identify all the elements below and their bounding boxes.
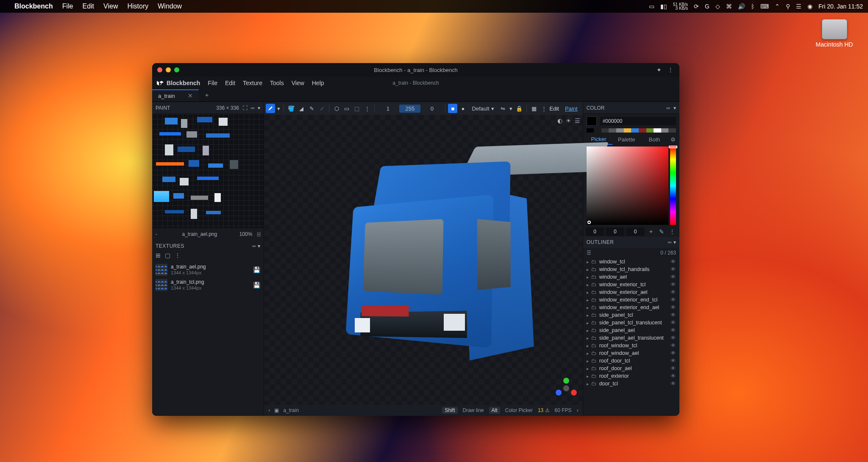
shape-tool-icon[interactable]: ⬡: [332, 104, 341, 113]
menubar-app-name[interactable]: Blockbench: [14, 3, 53, 10]
color-swatch[interactable]: [587, 116, 597, 126]
outliner-item[interactable]: ▸🗀side_panel_tcl_translucent👁: [583, 319, 679, 326]
brush-size-input[interactable]: 1: [377, 105, 398, 113]
hex-input[interactable]: [600, 117, 676, 125]
outliner-item[interactable]: ▸🗀window_tcl_handrails👁: [583, 266, 679, 273]
chevron-right-icon[interactable]: ▸: [587, 382, 589, 386]
visibility-icon[interactable]: 👁: [670, 312, 676, 318]
menubar-wifi-icon[interactable]: ⌃: [775, 3, 780, 10]
chevron-right-icon[interactable]: ▸: [587, 275, 589, 279]
tab-a-train[interactable]: a_train ✕: [152, 89, 199, 101]
toolbar-menu-icon[interactable]: ⋮: [540, 104, 549, 113]
menubar-clock[interactable]: Fri 20. Jan 11:52: [818, 3, 863, 10]
chevron-right-icon[interactable]: ▸: [587, 313, 589, 318]
app-menu-help[interactable]: Help: [312, 80, 324, 86]
menubar-search-icon[interactable]: ⚲: [786, 3, 790, 10]
eyedropper-icon[interactable]: ✎: [657, 228, 666, 235]
view-menu-icon[interactable]: ☰: [575, 117, 580, 124]
uv-editor[interactable]: [152, 114, 264, 228]
tex-menu-icon[interactable]: ⋮: [175, 252, 181, 262]
save-icon[interactable]: 💾: [253, 266, 260, 273]
palette-strip[interactable]: [583, 128, 679, 134]
chevron-down-icon[interactable]: ▾: [673, 105, 676, 111]
chevron-right-icon[interactable]: ▸: [587, 260, 589, 264]
app-menu-view[interactable]: View: [292, 80, 304, 86]
tool-menu-icon[interactable]: ⋮: [362, 104, 372, 113]
visibility-icon[interactable]: 👁: [670, 266, 676, 272]
visibility-icon[interactable]: 👁: [670, 327, 676, 333]
app-logo[interactable]: Blockbench: [156, 80, 200, 86]
menubar-link-icon[interactable]: ⌘: [726, 3, 732, 10]
menubar-control-icon[interactable]: ☰: [796, 3, 801, 10]
brush-dropdown-icon[interactable]: ▾: [276, 104, 281, 113]
texture-item[interactable]: a_train_tcl.png 1344 x 1344px 💾: [152, 277, 264, 293]
chevron-right-icon[interactable]: ▸: [587, 359, 589, 363]
menubar-bluetooth-icon[interactable]: ᛒ: [751, 3, 754, 10]
rgb-b-input[interactable]: [626, 227, 645, 236]
chevron-right-icon[interactable]: ▸: [587, 282, 589, 287]
outliner-item[interactable]: ▸🗀side_panel_ael👁: [583, 326, 679, 334]
chevron-down-icon[interactable]: ▾: [258, 243, 261, 249]
outliner-item[interactable]: ▸🗀window_tcl👁: [583, 258, 679, 266]
outliner-filter-icon[interactable]: ☰: [587, 250, 591, 256]
nav-forward-icon[interactable]: ›: [577, 407, 579, 413]
shading-icon[interactable]: ◐: [557, 117, 562, 124]
visibility-icon[interactable]: 👁: [670, 350, 676, 356]
add-texture-icon[interactable]: ⊞: [156, 252, 161, 262]
new-texture-icon[interactable]: ▢: [165, 252, 170, 262]
app-menu-tools[interactable]: Tools: [270, 80, 284, 86]
window-close-button[interactable]: [157, 67, 162, 72]
visibility-icon[interactable]: 👁: [670, 282, 676, 288]
rgb-g-input[interactable]: [606, 227, 624, 236]
visibility-icon[interactable]: 👁: [670, 304, 676, 310]
uv-zoom[interactable]: 100%: [239, 231, 253, 237]
fullscreen-icon[interactable]: ⛶: [242, 105, 248, 111]
outliner-item[interactable]: ▸🗀roof_door_tcl👁: [583, 357, 679, 365]
mirror-dropdown-icon[interactable]: ▾: [509, 104, 514, 113]
outliner-item[interactable]: ▸🗀roof_exterior👁: [583, 372, 679, 380]
app-menu-texture[interactable]: Texture: [243, 80, 262, 86]
overflow-icon[interactable]: ⋮: [668, 66, 673, 73]
visibility-icon[interactable]: 👁: [670, 358, 676, 364]
eraser-tool-icon[interactable]: ◢: [297, 104, 306, 113]
visibility-icon[interactable]: 👁: [670, 335, 676, 341]
tab-palette[interactable]: Palette: [612, 135, 640, 144]
visibility-icon[interactable]: 👁: [670, 320, 676, 326]
chevron-right-icon[interactable]: ▸: [587, 366, 589, 371]
chevron-right-icon[interactable]: ▸: [587, 298, 589, 302]
outliner-item[interactable]: ▸🗀roof_door_ael👁: [583, 365, 679, 372]
chevron-right-icon[interactable]: ▸: [587, 290, 589, 295]
desktop-macintosh-hd[interactable]: Macintosh HD: [814, 19, 854, 48]
tab-both[interactable]: Both: [640, 135, 668, 144]
mode-paint[interactable]: Paint: [565, 105, 578, 112]
menubar-net-speed[interactable]: 51 KB/s3 KB/s: [673, 3, 688, 10]
shading-alt-icon[interactable]: ☀: [566, 117, 571, 124]
outliner-item[interactable]: ▸🗀side_panel_tcl👁: [583, 311, 679, 319]
window-minimize-button[interactable]: [166, 67, 171, 72]
app-menu-file[interactable]: File: [208, 80, 217, 86]
brush-tool-icon[interactable]: [266, 104, 275, 113]
outliner-options-icon[interactable]: ═: [668, 239, 672, 245]
menubar-volume-icon[interactable]: 🔊: [738, 3, 745, 10]
hue-slider[interactable]: [670, 147, 676, 225]
menu-history[interactable]: History: [127, 3, 148, 10]
visibility-icon[interactable]: 👁: [670, 297, 676, 303]
mode-edit[interactable]: Edit: [550, 105, 559, 112]
lock-icon[interactable]: 🔒: [515, 104, 524, 113]
outliner-item[interactable]: ▸🗀window_exterior_end_tcl👁: [583, 296, 679, 304]
3d-viewport[interactable]: ◐ ☀ ☰: [264, 115, 582, 405]
visibility-icon[interactable]: 👁: [670, 381, 676, 387]
shape-circle-icon[interactable]: ●: [458, 104, 467, 113]
blend-mode-dropdown[interactable]: Default ▾: [468, 105, 497, 113]
gear-icon[interactable]: ⚙: [668, 135, 678, 144]
orientation-gizmo[interactable]: [556, 378, 577, 399]
link-icon[interactable]: ⌸: [257, 231, 260, 237]
fill-tool-icon[interactable]: 🪣: [287, 104, 296, 113]
add-color-icon[interactable]: ＋: [646, 228, 656, 235]
chevron-right-icon[interactable]: ▸: [587, 343, 589, 348]
chevron-right-icon[interactable]: ▸: [587, 305, 589, 310]
chevron-down-icon[interactable]: ▾: [258, 105, 260, 111]
tab-close-icon[interactable]: ✕: [188, 92, 193, 99]
save-icon[interactable]: 💾: [253, 282, 260, 288]
chevron-right-icon[interactable]: ▸: [587, 328, 589, 333]
